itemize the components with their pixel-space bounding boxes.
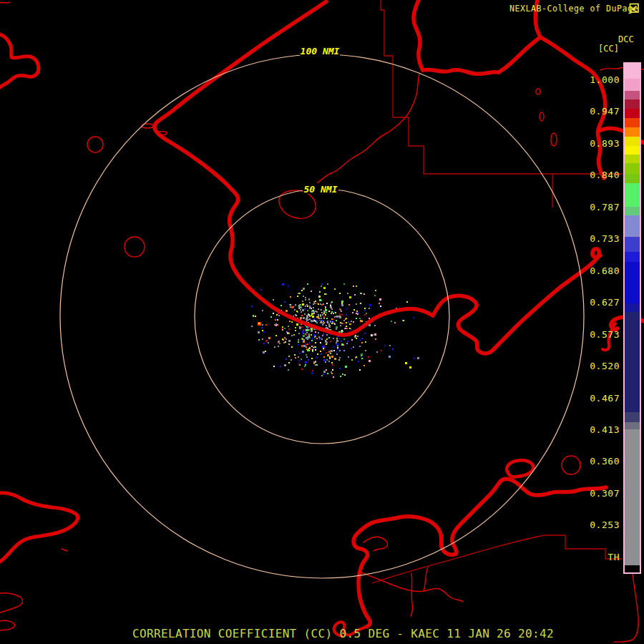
radar-echo-pixel bbox=[312, 370, 313, 371]
radar-echo-pixel bbox=[326, 325, 327, 326]
radar-echo-pixel bbox=[351, 328, 352, 330]
radar-echo-pixel bbox=[302, 301, 303, 302]
radar-echo-pixel bbox=[333, 346, 334, 348]
radar-echo-pixel bbox=[291, 321, 293, 323]
radar-echo-pixel bbox=[311, 358, 313, 359]
radar-echo-pixel bbox=[265, 351, 266, 352]
radar-echo-pixel bbox=[339, 313, 341, 315]
radar-echo-pixel bbox=[336, 328, 337, 330]
radar-echo-pixel bbox=[366, 313, 367, 314]
colorbar-segment bbox=[625, 207, 640, 215]
coast-detail-nwcorner bbox=[0, 2, 10, 3]
radar-echo-pixel bbox=[314, 338, 316, 340]
radar-echo-pixel bbox=[313, 303, 314, 305]
colorbar-segment bbox=[625, 412, 640, 422]
radar-echo-pixel bbox=[304, 308, 306, 310]
radar-echo-pixel bbox=[275, 318, 277, 320]
radar-echo-pixel bbox=[325, 308, 326, 309]
radar-echo-pixel bbox=[258, 339, 260, 341]
radar-echo-pixel bbox=[288, 356, 290, 357]
radar-echo-pixel bbox=[374, 333, 376, 336]
radar-echo-pixel bbox=[306, 337, 307, 338]
radar-echo-pixel bbox=[262, 324, 263, 326]
radar-echo-pixel bbox=[355, 357, 356, 358]
radar-echo-pixel bbox=[323, 371, 326, 373]
radar-echo-pixel bbox=[282, 338, 283, 340]
radar-echo-pixel bbox=[318, 296, 321, 298]
radar-echo-pixel bbox=[309, 342, 311, 343]
radar-echo-pixel bbox=[336, 342, 337, 343]
radar-echo-pixel bbox=[334, 288, 336, 290]
radar-echo-pixel bbox=[253, 316, 254, 317]
radar-echo-pixel bbox=[323, 313, 325, 314]
radar-echo-pixel bbox=[311, 340, 313, 341]
radar-echo-pixel bbox=[312, 349, 313, 351]
radar-echo-pixel bbox=[326, 338, 328, 340]
island-ring bbox=[562, 456, 580, 474]
radar-echo-pixel bbox=[351, 359, 353, 361]
radar-echo-pixel bbox=[374, 295, 376, 296]
island-outline bbox=[536, 89, 540, 94]
radar-echo-pixel bbox=[316, 364, 318, 366]
coastline-path-sw bbox=[0, 493, 78, 562]
island-ring bbox=[125, 237, 145, 257]
colorbar-segment bbox=[625, 155, 640, 163]
radar-echo-pixel bbox=[323, 333, 324, 335]
radar-echo-pixel bbox=[262, 330, 263, 331]
radar-echo-pixel bbox=[295, 330, 296, 331]
radar-echo-pixel bbox=[389, 345, 391, 346]
radar-echo-pixel bbox=[318, 303, 319, 305]
radar-echo-pixel bbox=[341, 301, 343, 303]
radar-echo-pixel bbox=[376, 351, 378, 353]
radar-echo-pixel bbox=[361, 338, 363, 339]
radar-echo-pixel bbox=[369, 318, 370, 319]
colorbar-segment bbox=[625, 91, 640, 99]
radar-echo-pixel bbox=[356, 313, 357, 314]
radar-echo-pixel bbox=[414, 358, 415, 359]
radar-echo-pixel bbox=[369, 360, 371, 362]
radar-echo-pixel bbox=[355, 335, 356, 336]
status-bar: CORRELATION COEFFICIENT (CC) 0.5 DEG - K… bbox=[132, 627, 554, 640]
radar-echo-pixel bbox=[315, 361, 316, 363]
radar-echo-pixel bbox=[306, 329, 308, 331]
radar-echo-pixel bbox=[321, 337, 322, 338]
radar-echo-pixel bbox=[284, 301, 286, 303]
radar-echo-pixel bbox=[339, 357, 341, 358]
radar-echo-pixel bbox=[301, 326, 303, 328]
radar-echo-pixel bbox=[344, 328, 346, 329]
radar-echo-pixel bbox=[323, 349, 324, 351]
radar-echo-pixel bbox=[380, 306, 381, 307]
radar-echo-pixel bbox=[311, 313, 313, 315]
radar-echo-pixel bbox=[301, 311, 302, 313]
radar-echo-pixel bbox=[320, 314, 321, 316]
radar-echo-pixel bbox=[323, 321, 324, 322]
radar-echo-pixel bbox=[299, 327, 301, 329]
range-ring-layer: 100 NMI 50 NMI bbox=[60, 45, 584, 578]
radar-echo-pixel bbox=[275, 335, 277, 336]
radar-echo-pixel bbox=[328, 361, 330, 362]
radar-echo-pixel bbox=[315, 364, 316, 366]
radar-echo-pixel bbox=[339, 368, 341, 369]
radar-echo-pixel bbox=[278, 315, 280, 316]
colorbar-segment bbox=[625, 137, 640, 146]
radar-echo-pixel bbox=[321, 318, 322, 319]
radar-echo-pixel bbox=[327, 322, 328, 323]
colorbar-segment bbox=[625, 99, 640, 109]
radar-echo-pixel bbox=[346, 328, 348, 329]
radar-echo-pixel bbox=[285, 341, 286, 343]
radar-echo-pixel bbox=[394, 322, 396, 323]
radar-echo-pixel bbox=[284, 364, 286, 366]
radar-echo-pixel bbox=[321, 322, 323, 323]
radar-echo-pixel bbox=[359, 346, 361, 347]
radar-echo-pixel bbox=[309, 302, 311, 303]
island-ring bbox=[87, 137, 103, 152]
radar-echo-pixel bbox=[343, 283, 345, 285]
radar-echo-pixel bbox=[327, 354, 329, 356]
radar-echo-pixel bbox=[356, 338, 357, 339]
radar-echo-pixel bbox=[331, 373, 333, 374]
radar-echo-pixel bbox=[298, 356, 299, 358]
radar-echo-pixel bbox=[296, 324, 298, 326]
radar-echo-pixel bbox=[343, 320, 345, 321]
radar-echo-pixel bbox=[332, 369, 333, 371]
radar-echo-pixel bbox=[339, 350, 341, 351]
